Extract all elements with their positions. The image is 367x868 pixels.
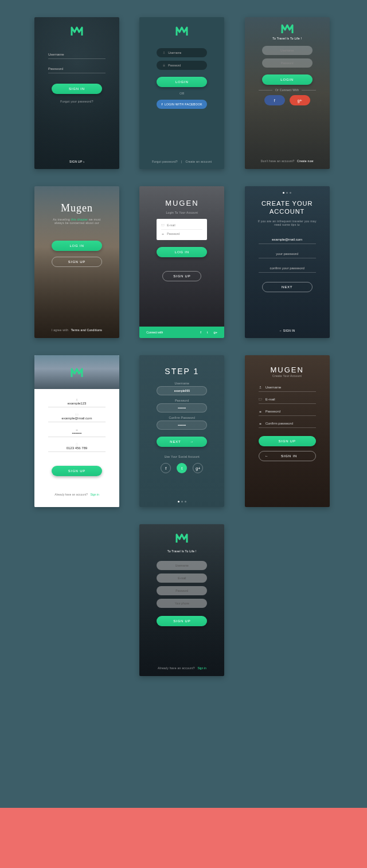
username-input[interactable]: example999	[157, 386, 207, 395]
signup-button[interactable]: SIGN UP	[162, 271, 201, 281]
username-input[interactable]: example123	[48, 402, 106, 407]
password-input[interactable]: Password	[157, 61, 207, 70]
already-label: Already have an account?	[158, 666, 195, 670]
password-input[interactable]: your password	[259, 250, 316, 258]
signup-button[interactable]: SIGN UP	[52, 257, 102, 267]
confirm-input[interactable]: confirm your password	[259, 264, 316, 273]
svg-rect-10	[259, 411, 261, 413]
mail-icon	[161, 223, 165, 227]
page-dots	[283, 192, 291, 194]
svg-rect-6	[76, 430, 78, 431]
password-input[interactable]: Password	[161, 232, 202, 235]
arrow-right-icon: →	[190, 440, 194, 443]
create-account-link[interactable]: Create an account	[186, 160, 212, 163]
signin-link[interactable]: Sign in	[197, 666, 206, 670]
email-input[interactable]: E-mail	[157, 574, 207, 583]
password-input[interactable]: Password	[157, 586, 207, 595]
signup-forest-screen: To Travel Is To Life ! Username E-mail P…	[139, 524, 224, 676]
login-screen-1: Username Password SIGN IN Forgot your pa…	[34, 17, 119, 169]
lock-icon	[259, 422, 262, 425]
logo-m-icon	[70, 24, 84, 38]
profile-title: Profile	[0, 865, 367, 868]
twitter-button[interactable]: t	[177, 463, 187, 473]
svg-rect-7	[76, 443, 78, 446]
signup-link[interactable]: SIGN UP ›	[69, 160, 84, 163]
lock-icon	[259, 410, 262, 413]
no-account-label: Don't have an account?	[261, 159, 295, 163]
email-input[interactable]: E-mail	[161, 223, 202, 227]
facebook-button[interactable]: f	[264, 95, 285, 105]
username-input[interactable]: Username	[259, 386, 316, 392]
phone-icon	[75, 443, 79, 446]
terms-link[interactable]: Terms and Conditions	[71, 328, 102, 332]
arrow-left-icon: ←	[265, 454, 269, 458]
step1-screen: STEP 1 Username example999 Password ••••…	[139, 355, 224, 507]
facebook-icon[interactable]: f	[200, 331, 201, 334]
forgot-password-link[interactable]: Forgot password?	[152, 160, 178, 163]
email-input[interactable]: example@mail.com	[48, 417, 106, 422]
twitter-icon[interactable]: t	[207, 331, 208, 334]
login-screen-2: Username Password LOGIN OR fLOGIN WITH F…	[139, 17, 224, 169]
username-label: Username	[175, 382, 189, 385]
password-input[interactable]: Password	[259, 410, 316, 416]
user-icon	[162, 51, 166, 54]
create-now-link[interactable]: Create now	[297, 159, 314, 163]
signin-link[interactable]: ← SIGN IN	[279, 329, 295, 332]
app-title: Mugen	[61, 202, 93, 214]
already-label: Already have an account?	[54, 493, 88, 496]
facebook-button[interactable]: f	[161, 463, 171, 473]
signup-button[interactable]: SIGN UP	[259, 436, 316, 446]
logo-m-icon	[175, 24, 189, 38]
confirm-label: Confirm Password	[169, 416, 196, 419]
googleplus-button[interactable]: g+	[193, 463, 203, 473]
email-input[interactable]: E-mail	[259, 398, 316, 404]
step-title: STEP 1	[165, 367, 199, 376]
confirm-input[interactable]: Confirm password	[259, 422, 316, 428]
login-button[interactable]: LOGIN	[157, 77, 207, 87]
signin-button[interactable]: ←SIGN IN	[259, 451, 316, 461]
signup-button[interactable]: SIGN UP	[157, 616, 207, 626]
username-input[interactable]: Username	[157, 561, 207, 570]
signup-button[interactable]: SIGN UP	[52, 466, 102, 476]
logo-m-icon	[175, 531, 189, 545]
logo-m-icon	[70, 366, 84, 379]
svg-rect-9	[259, 399, 261, 400]
signin-link[interactable]: Sign in	[90, 493, 99, 496]
tagline: To Travel Is To Life !	[272, 37, 302, 40]
signup-white-screen: example123 example@mail.com •••••••• 012…	[34, 355, 119, 507]
confirm-input[interactable]: ••••••••	[157, 421, 207, 430]
login-button[interactable]: LOG IN	[52, 241, 102, 251]
logo-m-icon	[280, 22, 294, 36]
facebook-login-button[interactable]: fLOGIN WITH FACEBOOK	[157, 100, 207, 109]
login-button[interactable]: LOG IN	[157, 247, 207, 257]
login-screen-card: MUGEN Login To Your Account E-mail Passw…	[139, 186, 224, 338]
svg-rect-1	[163, 65, 165, 66]
password-input[interactable]: ••••••••	[157, 403, 207, 413]
username-input[interactable]: Username	[157, 48, 207, 57]
forgot-password-link[interactable]: Forgot your password?	[60, 100, 93, 103]
next-button[interactable]: NEXT	[262, 282, 313, 292]
signin-button[interactable]: SIGN IN	[52, 84, 102, 94]
or-divider: OR	[179, 92, 184, 95]
googleplus-icon[interactable]: g+	[213, 331, 217, 334]
svg-rect-11	[259, 423, 261, 425]
mail-icon	[259, 398, 262, 401]
phone-input[interactable]: Your phone	[157, 599, 207, 608]
login-button[interactable]: LOGIN	[262, 74, 313, 85]
create-account-screen: CREATE YOUR ACCOUNT If you are an infreq…	[245, 186, 330, 338]
create-account-form: MUGEN Create Your Account Username E-mai…	[245, 355, 330, 507]
password-input[interactable]: Password	[262, 58, 313, 68]
email-input[interactable]: example@mail.com	[259, 235, 316, 244]
welcome-screen: Mugen As traveling this chapter we musta…	[34, 186, 119, 338]
user-icon	[75, 398, 79, 402]
googleplus-button[interactable]: g+	[290, 95, 310, 105]
password-input[interactable]: Password	[48, 65, 106, 73]
page-dots	[178, 501, 186, 502]
username-input[interactable]: Username	[48, 50, 106, 59]
username-input[interactable]: Username	[262, 46, 313, 55]
svg-point-0	[163, 52, 165, 53]
phone-input[interactable]: 0123 456 789	[48, 446, 106, 452]
password-input[interactable]: ••••••••	[48, 431, 106, 437]
next-button[interactable]: NEXT→	[157, 437, 207, 447]
tagline: To Travel Is To Life !	[167, 549, 197, 553]
